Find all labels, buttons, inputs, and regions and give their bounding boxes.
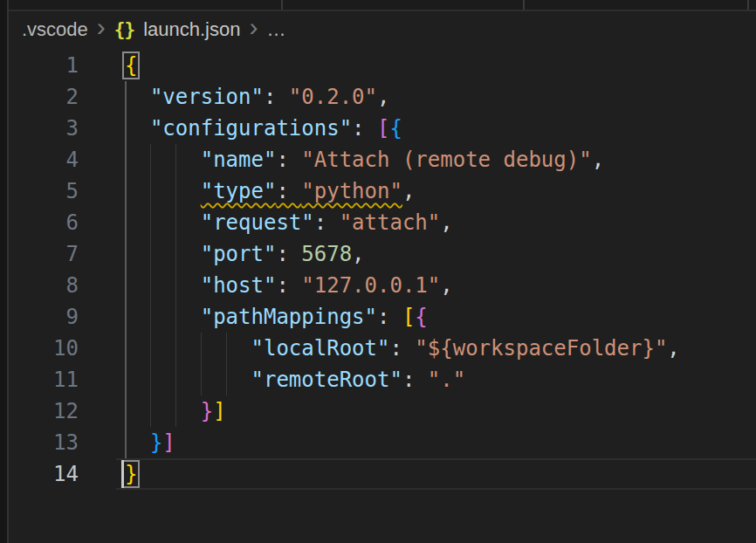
tab-separator (747, 0, 749, 10)
code-token (125, 368, 251, 392)
code-line-content[interactable]: { (116, 50, 756, 81)
code-token: ] (213, 399, 225, 423)
code-line[interactable]: 1{ (9, 50, 756, 81)
line-number[interactable]: 1 (9, 50, 116, 81)
code-token (125, 399, 201, 423)
code-line[interactable]: 6 "request": "attach", (9, 207, 756, 238)
code-text: "remoteRoot": "." (125, 368, 465, 392)
code-token: "host" (201, 273, 277, 298)
code-token (125, 210, 201, 235)
window-left-edge (0, 0, 9, 543)
code-line-content[interactable]: "version": "0.2.0", (116, 81, 756, 113)
line-number[interactable]: 11 (9, 364, 116, 395)
code-token: } (201, 399, 213, 423)
code-token (125, 273, 201, 298)
code-token: "version" (150, 85, 264, 109)
warning-underlined-token: : (276, 179, 301, 203)
code-line[interactable]: 3 "configurations": [{ (9, 113, 756, 144)
code-token: "." (428, 368, 465, 392)
vscode-editor-window: .vscode › {} launch.json › … 1{2 "versio… (0, 0, 756, 543)
code-token: , (440, 273, 452, 298)
code-token: "Attach (remote debug)" (301, 148, 591, 172)
code-token: "attach" (340, 210, 441, 235)
code-token: : (402, 368, 428, 392)
tab-bar-strip (9, 0, 756, 11)
line-number[interactable]: 3 (9, 113, 116, 144)
code-line-content[interactable]: "name": "Attach (remote debug)", (116, 144, 756, 175)
warning-underlined-token: "python" (301, 179, 402, 203)
line-number[interactable]: 2 (9, 81, 116, 113)
code-token: , (592, 148, 604, 172)
code-token: "pathMappings" (201, 305, 377, 329)
chevron-right-icon: › (97, 18, 106, 36)
code-line[interactable]: 13 }] (9, 427, 756, 458)
matched-bracket: } (125, 462, 137, 486)
code-token: : (276, 148, 301, 172)
line-number[interactable]: 14 (9, 458, 116, 490)
code-line-content[interactable]: "request": "attach", (116, 207, 756, 238)
code-line[interactable]: 9 "pathMappings": [{ (9, 301, 756, 333)
code-text: "host": "127.0.0.1", (125, 273, 453, 298)
code-token: 5678 (301, 242, 352, 266)
code-line[interactable]: 8 "host": "127.0.0.1", (9, 270, 756, 301)
code-line[interactable]: 4 "name": "Attach (remote debug)", (9, 144, 756, 175)
line-number[interactable]: 7 (9, 238, 116, 270)
line-number[interactable]: 13 (9, 427, 116, 458)
line-number[interactable]: 12 (9, 395, 116, 427)
code-token: "localRoot" (251, 336, 390, 361)
matched-bracket: { (125, 53, 137, 78)
code-line[interactable]: 2 "version": "0.2.0", (9, 81, 756, 113)
code-token: "request" (201, 210, 314, 235)
code-token: "port" (201, 242, 277, 266)
code-line-content[interactable]: }] (116, 427, 756, 458)
line-number[interactable]: 10 (9, 333, 116, 364)
code-token: : (377, 305, 402, 329)
code-token (125, 116, 150, 141)
json-file-icon: {} (114, 19, 134, 40)
code-line-content[interactable]: "remoteRoot": "." (116, 364, 756, 395)
code-token: "remoteRoot" (251, 368, 402, 392)
code-token: : (276, 273, 301, 298)
line-number[interactable]: 8 (9, 270, 116, 301)
code-line-content[interactable]: }] (116, 395, 756, 427)
code-token: "0.2.0" (289, 85, 377, 109)
breadcrumb-item-symbols[interactable]: … (266, 18, 285, 41)
breadcrumb-item-file[interactable]: launch.json (143, 18, 240, 41)
code-token: : (352, 116, 377, 141)
code-token: : (276, 242, 301, 266)
code-token: , (667, 336, 679, 361)
code-token: , (377, 85, 389, 109)
code-line[interactable]: 12 }] (9, 395, 756, 427)
line-number[interactable]: 9 (9, 301, 116, 333)
code-line[interactable]: 14} (9, 458, 756, 490)
line-number[interactable]: 4 (9, 144, 116, 175)
code-line-content[interactable]: } (116, 458, 756, 490)
code-token (125, 148, 201, 172)
code-line-content[interactable]: "port": 5678, (116, 238, 756, 270)
code-line-content[interactable]: "configurations": [{ (116, 113, 756, 144)
code-line[interactable]: 11 "remoteRoot": "." (9, 364, 756, 395)
line-number[interactable]: 5 (9, 175, 116, 207)
code-line-content[interactable]: "localRoot": "${workspaceFolder}", (116, 333, 756, 364)
line-number[interactable]: 6 (9, 207, 116, 238)
code-text: "configurations": [{ (125, 116, 402, 141)
code-token: : (314, 210, 340, 235)
breadcrumb: .vscode › {} launch.json › … (9, 11, 756, 48)
code-token: : (389, 336, 415, 361)
code-line[interactable]: 5 "type": "python", (9, 175, 756, 207)
code-text: "pathMappings": [{ (125, 305, 428, 329)
code-line[interactable]: 7 "port": 5678, (9, 238, 756, 270)
code-token (125, 242, 201, 266)
code-editor[interactable]: 1{2 "version": "0.2.0",3 "configurations… (9, 50, 756, 490)
code-token: [ (377, 116, 389, 141)
code-line-content[interactable]: "pathMappings": [{ (116, 301, 756, 333)
code-token: , (352, 242, 364, 266)
code-line[interactable]: 10 "localRoot": "${workspaceFolder}", (9, 333, 756, 364)
code-line-content[interactable]: "host": "127.0.0.1", (116, 270, 756, 301)
breadcrumb-item-folder[interactable]: .vscode (22, 18, 88, 41)
code-text: "name": "Attach (remote debug)", (125, 148, 604, 172)
code-text: { (125, 53, 137, 78)
code-line-content[interactable]: "type": "python", (116, 175, 756, 207)
code-token: [ (402, 305, 415, 329)
tab-separator (281, 0, 283, 10)
